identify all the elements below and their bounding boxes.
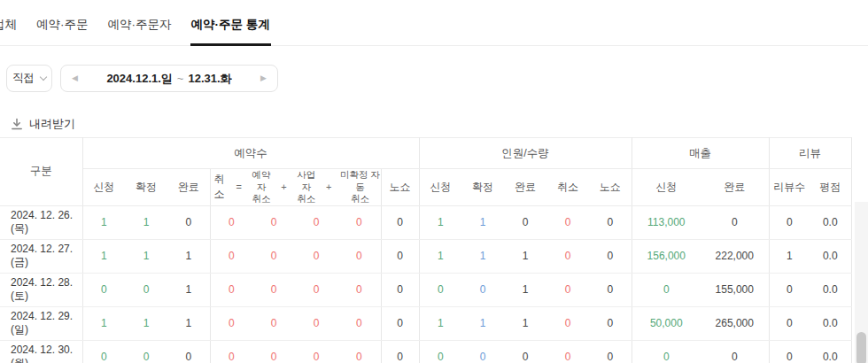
row-date: 2024. 12. 26.(목) xyxy=(0,205,82,239)
resv-noshow-cell: 0 xyxy=(381,340,419,363)
qty-noshow-cell: 0 xyxy=(589,273,632,306)
sales-apply-cell: 156,000 xyxy=(632,239,701,273)
resv-noshow-cell: 0 xyxy=(381,239,419,273)
download-label: 내려받기 xyxy=(29,116,75,132)
qty-confirm-cell: 1 xyxy=(461,306,504,340)
resv-apply-cell: 1 xyxy=(82,306,125,340)
resv-noshow-cell: 0 xyxy=(381,306,419,340)
qty-complete-cell: 1 xyxy=(504,239,546,273)
stats-table: 구분 예약수 인원/수량 매출 리뷰 신청 확정 완료 취소 = 예약자 취소 … xyxy=(0,137,852,363)
row-date: 2024. 12. 30.(월) xyxy=(0,340,82,363)
qty-cancel-cell: 0 xyxy=(546,239,589,273)
header-resv-noshow: 노쇼 xyxy=(381,169,419,206)
date-start: 2024.12.1.일 xyxy=(106,71,172,87)
qty-apply-cell: 1 xyxy=(419,205,461,239)
qty-complete-cell: 0 xyxy=(504,340,546,363)
date-end: 12.31.화 xyxy=(188,71,231,87)
tab-reservation-order[interactable]: 예약·주문 xyxy=(35,17,89,45)
resv-cancel-cell: 0 xyxy=(210,273,252,306)
qty-noshow-cell: 0 xyxy=(589,239,632,273)
resv-auto-cancel-cell: 0 xyxy=(337,205,381,239)
review-count-cell: 0 xyxy=(769,205,810,239)
qty-cancel-cell: 0 xyxy=(546,306,589,340)
resv-complete-cell: 0 xyxy=(167,340,210,363)
scrollbar-thumb[interactable] xyxy=(856,332,866,363)
prev-period-button[interactable]: ◀ xyxy=(72,74,78,82)
header-resv-confirm: 확정 xyxy=(125,169,167,206)
resv-auto-cancel-cell: 0 xyxy=(337,306,381,340)
resv-apply-cell: 0 xyxy=(82,273,125,306)
header-sales-apply: 신청 xyxy=(632,169,701,206)
resv-user-cancel-cell: 0 xyxy=(252,273,295,306)
formula-cancel: 취소 xyxy=(211,172,229,202)
qty-apply-cell: 0 xyxy=(419,273,461,306)
review-rating-cell: 0.0 xyxy=(810,273,851,306)
next-period-button[interactable]: ▶ xyxy=(260,74,267,82)
qty-confirm-cell: 0 xyxy=(461,340,504,363)
review-count-cell: 0 xyxy=(769,306,810,340)
resv-biz-cancel-cell: 0 xyxy=(295,306,337,340)
chevron-down-icon xyxy=(40,73,47,81)
tab-reservation-orderer[interactable]: 예약·주문자 xyxy=(107,17,173,45)
qty-confirm-cell: 1 xyxy=(461,205,504,239)
table-row: 2024. 12. 26.(목) 1 1 0 0 0 0 0 0 1 1 0 0… xyxy=(0,205,851,239)
tab-company[interactable]: 업체 xyxy=(0,17,18,45)
header-sub-row: 신청 확정 완료 취소 = 예약자 취소 + 사업자 취소 + 미확정 자동 취… xyxy=(0,169,851,206)
resv-auto-cancel-cell: 0 xyxy=(337,273,381,306)
range-type-select[interactable]: 직접 xyxy=(6,65,52,92)
sales-complete-cell: 222,000 xyxy=(701,239,769,273)
qty-complete-cell: 1 xyxy=(504,273,546,306)
scrollbar-track[interactable] xyxy=(855,202,868,363)
qty-cancel-cell: 0 xyxy=(546,205,589,239)
resv-complete-cell: 1 xyxy=(167,273,210,306)
resv-cancel-cell: 0 xyxy=(210,239,252,273)
formula-user-cancel: 예약자 취소 xyxy=(250,169,273,205)
qty-noshow-cell: 0 xyxy=(589,340,632,363)
download-icon xyxy=(11,118,23,130)
sales-apply-cell: 50,000 xyxy=(632,306,701,340)
download-button[interactable]: 내려받기 xyxy=(11,116,75,132)
header-category: 구분 xyxy=(0,138,82,206)
sales-apply-cell: 113,000 xyxy=(632,205,701,239)
resv-confirm-cell: 1 xyxy=(125,239,167,273)
range-type-value: 직접 xyxy=(12,71,35,86)
formula-biz-cancel: 사업자 취소 xyxy=(295,169,318,205)
resv-biz-cancel-cell: 0 xyxy=(295,239,337,273)
resv-user-cancel-cell: 0 xyxy=(252,239,295,273)
date-range-picker: ◀ 2024.12.1.일 ~ 12.31.화 ▶ xyxy=(60,65,278,92)
resv-biz-cancel-cell: 0 xyxy=(295,273,337,306)
date-separator: ~ xyxy=(177,72,184,85)
review-rating-cell: 0.0 xyxy=(810,306,851,340)
tab-reservation-order-stats[interactable]: 예약·주문 통계 xyxy=(190,17,271,45)
formula-plus-1: + xyxy=(281,182,286,192)
header-qty-apply: 신청 xyxy=(419,169,461,206)
header-group-reviews: 리뷰 xyxy=(769,138,851,169)
resv-complete-cell: 1 xyxy=(167,306,210,340)
resv-confirm-cell: 1 xyxy=(125,205,167,239)
resv-cancel-cell: 0 xyxy=(210,306,252,340)
resv-cancel-cell: 0 xyxy=(210,205,252,239)
table-row: 2024. 12. 27.(금) 1 1 1 0 0 0 0 0 1 1 1 0… xyxy=(0,239,851,273)
resv-biz-cancel-cell: 0 xyxy=(295,205,337,239)
review-count-cell: 0 xyxy=(769,340,810,363)
sales-apply-cell: 0 xyxy=(632,340,701,363)
header-review-rating: 평점 xyxy=(810,169,851,206)
table-row: 2024. 12. 29.(일) 1 1 1 0 0 0 0 0 1 1 1 0… xyxy=(0,306,851,340)
review-count-cell: 0 xyxy=(769,273,810,306)
qty-cancel-cell: 0 xyxy=(546,340,589,363)
review-rating-cell: 0.0 xyxy=(810,205,851,239)
date-range-text: 2024.12.1.일 ~ 12.31.화 xyxy=(106,71,231,87)
qty-confirm-cell: 1 xyxy=(461,239,504,273)
row-date: 2024. 12. 28.(토) xyxy=(0,273,82,306)
header-cancel-formula: 취소 = 예약자 취소 + 사업자 취소 + 미확정 자동 취소 xyxy=(210,169,381,206)
resv-biz-cancel-cell: 0 xyxy=(295,340,337,363)
review-rating-cell: 0.0 xyxy=(810,239,851,273)
resv-user-cancel-cell: 0 xyxy=(252,340,295,363)
resv-user-cancel-cell: 0 xyxy=(252,306,295,340)
resv-apply-cell: 0 xyxy=(82,340,125,363)
header-group-row: 구분 예약수 인원/수량 매출 리뷰 xyxy=(0,138,851,169)
sales-apply-cell: 0 xyxy=(632,273,701,306)
sales-complete-cell: 265,000 xyxy=(701,306,769,340)
header-resv-apply: 신청 xyxy=(82,169,125,206)
header-qty-complete: 완료 xyxy=(504,169,546,206)
